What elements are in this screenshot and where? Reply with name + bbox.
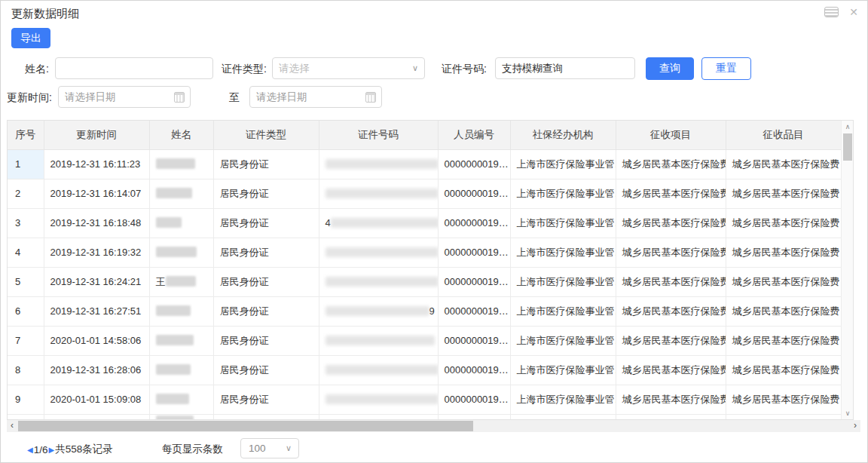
- cell-project[interactable]: 城乡居民基本医疗保险费: [616, 267, 726, 296]
- calendar-icon[interactable]: [365, 92, 376, 103]
- cell-person-no[interactable]: 0000000019…: [438, 355, 510, 385]
- scroll-up-icon[interactable]: ∧: [842, 121, 854, 133]
- cell-agency[interactable]: 上海市医疗保险事业管…: [510, 385, 616, 414]
- cell-person-no[interactable]: 0000000019…: [438, 179, 510, 208]
- cell-item[interactable]: 城乡居民基本医疗保险费: [726, 296, 841, 326]
- cell-person-no[interactable]: 0000000019…: [438, 149, 510, 179]
- cell-project[interactable]: 城乡居民基本医疗保险费: [616, 208, 726, 238]
- cell-id-type[interactable]: 居民身份证: [213, 296, 319, 326]
- table-row[interactable]: 42019-12-31 16:19:32居民身份证0000000019…上海市医…: [8, 238, 841, 267]
- cell-update-time[interactable]: 2019-12-31 16:27:51: [44, 296, 149, 326]
- cell-person-no[interactable]: [438, 414, 510, 420]
- cell-item[interactable]: 城乡居民基本医疗保险费: [726, 385, 841, 414]
- vertical-scrollbar[interactable]: ∧ ∨: [841, 121, 853, 419]
- cell-update-time[interactable]: 2019-12-31 16:11:23: [44, 149, 149, 179]
- cell-agency[interactable]: 上海市医疗保险事业管…: [510, 179, 616, 208]
- cell-id-type[interactable]: 居民身份证: [213, 385, 319, 414]
- cell-agency[interactable]: 上海市医疗保险事业管…: [510, 355, 616, 385]
- cell-id-number[interactable]: [319, 414, 438, 420]
- prev-page-icon[interactable]: ◀: [26, 446, 34, 454]
- table-row[interactable]: 22019-12-31 16:14:07居民身份证0000000019…上海市医…: [8, 179, 841, 208]
- cell-project[interactable]: 城乡居民基本医疗保险费: [616, 326, 726, 355]
- page-size-select[interactable]: 100 ∨: [240, 438, 299, 458]
- cell-id-number[interactable]: [319, 385, 438, 414]
- cell-agency[interactable]: 上海市医疗保险事业管…: [510, 267, 616, 296]
- calendar-icon[interactable]: [174, 92, 185, 103]
- cell-name[interactable]: [149, 296, 213, 326]
- cell-person-no[interactable]: 0000000019…: [438, 267, 510, 296]
- cell-agency[interactable]: 上海市医疗保险事业管…: [510, 149, 616, 179]
- cell-seq[interactable]: 5: [8, 267, 44, 296]
- cell-person-no[interactable]: 0000000019…: [438, 208, 510, 238]
- cell-person-no[interactable]: 0000000019…: [438, 296, 510, 326]
- cell-update-time[interactable]: 2019-12-31 16:24:21: [44, 267, 149, 296]
- cell-item[interactable]: 城乡居民基本医疗保险费: [726, 267, 841, 296]
- table-row[interactable]: 62019-12-31 16:27:51居民身份证90000000019…上海市…: [8, 296, 841, 326]
- cell-name[interactable]: [149, 149, 213, 179]
- print-icon[interactable]: [824, 7, 839, 17]
- next-page-icon[interactable]: ▶: [47, 446, 55, 454]
- cell-name[interactable]: 王: [149, 267, 213, 296]
- table-row[interactable]: 32019-12-31 16:18:48居民身份证40000000019…上海市…: [8, 208, 841, 238]
- cell-agency[interactable]: 上海市医疗保险事业管…: [510, 326, 616, 355]
- cell-name[interactable]: [149, 385, 213, 414]
- cell-item[interactable]: [726, 414, 841, 420]
- cell-id-type[interactable]: 居民身份证: [213, 208, 319, 238]
- cell-seq[interactable]: 7: [8, 326, 44, 355]
- cell-person-no[interactable]: 0000000019…: [438, 238, 510, 267]
- name-input[interactable]: [55, 57, 213, 79]
- cell-project[interactable]: 城乡居民基本医疗保险费: [616, 179, 726, 208]
- cell-item[interactable]: 城乡居民基本医疗保险费: [726, 326, 841, 355]
- cell-name[interactable]: [149, 355, 213, 385]
- cell-seq[interactable]: 4: [8, 238, 44, 267]
- date-to-input[interactable]: 请选择日期: [249, 86, 382, 108]
- cell-seq[interactable]: [8, 414, 44, 420]
- cell-id-number[interactable]: 4: [319, 208, 438, 238]
- close-icon[interactable]: ✕: [849, 7, 858, 17]
- table-row[interactable]: 82019-12-31 16:28:06居民身份证0000000019…上海市医…: [8, 355, 841, 385]
- cell-project[interactable]: 城乡居民基本医疗保险费: [616, 385, 726, 414]
- cell-id-type[interactable]: 居民身份证: [213, 267, 319, 296]
- table-row[interactable]: [8, 414, 841, 420]
- cell-id-type[interactable]: 居民身份证: [213, 326, 319, 355]
- cell-update-time[interactable]: 2020-01-01 15:09:08: [44, 385, 149, 414]
- cell-update-time[interactable]: 2020-01-01 14:58:06: [44, 326, 149, 355]
- cell-name[interactable]: [149, 238, 213, 267]
- cell-agency[interactable]: 上海市医疗保险事业管…: [510, 208, 616, 238]
- scroll-right-icon[interactable]: ›: [850, 420, 860, 432]
- cell-update-time[interactable]: 2019-12-31 16:28:06: [44, 355, 149, 385]
- id-number-input[interactable]: [495, 57, 635, 79]
- horizontal-scrollbar[interactable]: ‹ ›: [7, 420, 860, 432]
- scroll-down-icon[interactable]: ∨: [842, 407, 854, 419]
- cell-seq[interactable]: 8: [8, 355, 44, 385]
- cell-name[interactable]: [149, 208, 213, 238]
- date-from-input[interactable]: 请选择日期: [58, 86, 191, 108]
- table-row[interactable]: 72020-01-01 14:58:06居民身份证0000000019…上海市医…: [8, 326, 841, 355]
- cell-item[interactable]: 城乡居民基本医疗保险费: [726, 149, 841, 179]
- cell-id-number[interactable]: [319, 149, 438, 179]
- cell-item[interactable]: 城乡居民基本医疗保险费: [726, 179, 841, 208]
- cell-seq[interactable]: 9: [8, 385, 44, 414]
- cell-item[interactable]: 城乡居民基本医疗保险费: [726, 208, 841, 238]
- cell-project[interactable]: 城乡居民基本医疗保险费: [616, 149, 726, 179]
- cell-person-no[interactable]: 0000000019…: [438, 326, 510, 355]
- cell-update-time[interactable]: [44, 414, 149, 420]
- id-type-select[interactable]: 请选择 ∨: [272, 57, 425, 79]
- cell-id-type[interactable]: 居民身份证: [213, 149, 319, 179]
- cell-agency[interactable]: 上海市医疗保险事业管…: [510, 296, 616, 326]
- cell-project[interactable]: 城乡居民基本医疗保险费: [616, 238, 726, 267]
- cell-person-no[interactable]: 0000000019…: [438, 385, 510, 414]
- cell-id-type[interactable]: [213, 414, 319, 420]
- cell-name[interactable]: [149, 326, 213, 355]
- cell-name[interactable]: [149, 414, 213, 420]
- table-row[interactable]: 52019-12-31 16:24:21王居民身份证0000000019…上海市…: [8, 267, 841, 296]
- cell-item[interactable]: 城乡居民基本医疗保险费: [726, 355, 841, 385]
- scroll-left-icon[interactable]: ‹: [7, 420, 17, 432]
- cell-project[interactable]: 城乡居民基本医疗保险费: [616, 296, 726, 326]
- table-row[interactable]: 12019-12-31 16:11:23居民身份证0000000019…上海市医…: [8, 149, 841, 179]
- cell-id-type[interactable]: 居民身份证: [213, 179, 319, 208]
- cell-id-number[interactable]: [319, 238, 438, 267]
- cell-agency[interactable]: [510, 414, 616, 420]
- cell-id-number[interactable]: [319, 267, 438, 296]
- table-row[interactable]: 92020-01-01 15:09:08居民身份证0000000019…上海市医…: [8, 385, 841, 414]
